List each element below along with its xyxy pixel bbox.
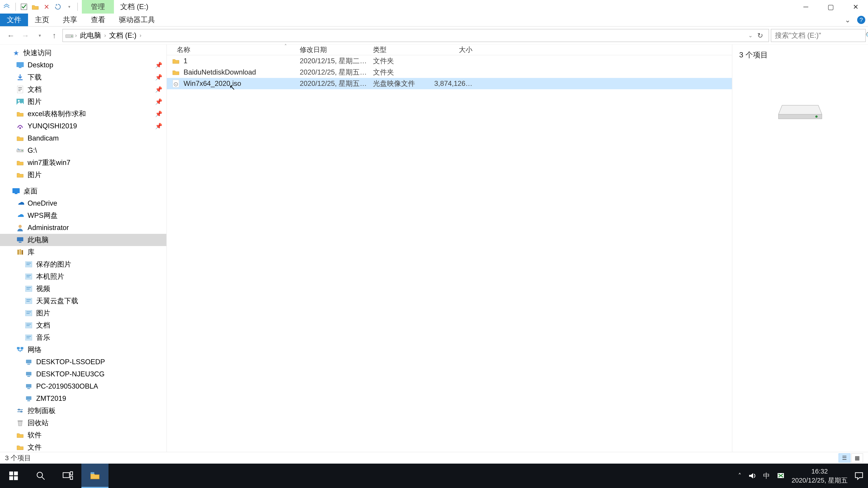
tree-item[interactable]: YUNQISHI2019 📌: [0, 120, 166, 132]
view-large-icons-button[interactable]: ▦: [851, 453, 863, 462]
tree-item-icon: [16, 85, 24, 94]
tree-item[interactable]: DESKTOP-LSSOEDP: [0, 356, 166, 368]
search-input[interactable]: [775, 31, 862, 39]
svg-rect-67: [9, 476, 13, 480]
breadcrumb-item[interactable]: 此电脑: [78, 31, 103, 40]
tree-item[interactable]: OneDrive: [0, 197, 166, 209]
tree-item[interactable]: 图片: [0, 169, 166, 181]
ime-indicator[interactable]: 中: [763, 471, 770, 481]
column-date[interactable]: 修改日期: [300, 45, 373, 55]
tree-item[interactable]: DESKTOP-NJEU3CG: [0, 368, 166, 380]
tree-item[interactable]: 本机照片: [0, 270, 166, 283]
volume-icon[interactable]: [748, 472, 756, 480]
tray-app-icon[interactable]: [777, 472, 785, 480]
chevron-right-icon[interactable]: ›: [104, 32, 106, 39]
taskbar-search-icon[interactable]: [27, 464, 54, 488]
tree-item[interactable]: 软件: [0, 429, 166, 441]
tree-item[interactable]: 文件: [0, 441, 166, 452]
tree-item-label: 库: [28, 248, 35, 257]
taskbar-clock[interactable]: 16:32 2020/12/25, 星期五: [792, 467, 848, 485]
tab-view[interactable]: 查看: [84, 13, 112, 26]
svg-rect-49: [27, 376, 30, 377]
view-details-button[interactable]: ☰: [839, 453, 850, 462]
tree-network[interactable]: 网络: [0, 344, 166, 356]
file-row[interactable]: Win7x64_2020.iso 2020/12/25, 星期五 1… 光盘映像…: [167, 78, 732, 89]
chevron-right-icon[interactable]: ›: [140, 32, 142, 39]
tree-item[interactable]: 文档 📌: [0, 84, 166, 96]
ribbon-contextual-tab[interactable]: 管理: [82, 0, 114, 13]
tab-share[interactable]: 共享: [56, 13, 84, 26]
breadcrumb-item[interactable]: 文档 (E:): [107, 31, 138, 40]
tree-item[interactable]: 控制面板: [0, 404, 166, 417]
qat-undo-icon[interactable]: [53, 2, 63, 12]
chevron-right-icon[interactable]: ›: [75, 32, 77, 39]
file-rows[interactable]: 1 2020/12/15, 星期二 1… 文件夹 BaiduNetdiskDow…: [167, 55, 732, 452]
tree-desktop[interactable]: 桌面: [0, 185, 166, 197]
address-bar[interactable]: › 此电脑 › 文档 (E:) › ⌄ ↻: [62, 29, 769, 42]
help-button[interactable]: ?: [855, 13, 868, 26]
column-size[interactable]: 大小: [434, 45, 479, 55]
tree-item[interactable]: Desktop 📌: [0, 59, 166, 71]
qat-delete-icon[interactable]: ×: [41, 2, 52, 12]
recent-locations-icon[interactable]: ▾: [33, 29, 46, 42]
search-box[interactable]: 🔍: [771, 29, 866, 42]
forward-button[interactable]: →: [19, 29, 32, 42]
tree-item-icon: [16, 443, 24, 452]
tree-item[interactable]: Administrator: [0, 222, 166, 234]
svg-rect-33: [26, 299, 31, 300]
maximize-button[interactable]: ▢: [818, 0, 843, 13]
svg-point-61: [176, 84, 176, 85]
start-button[interactable]: [0, 464, 27, 488]
tree-item[interactable]: ZMT2019: [0, 392, 166, 404]
tree-item[interactable]: 图片: [0, 307, 166, 319]
minimize-button[interactable]: ─: [794, 0, 818, 13]
address-dropdown-icon[interactable]: ⌄: [748, 32, 753, 39]
clock-date: 2020/12/25, 星期五: [792, 476, 848, 485]
taskbar-explorer-icon[interactable]: [81, 464, 108, 488]
refresh-icon[interactable]: ↻: [754, 31, 766, 40]
tree-item[interactable]: 视频: [0, 283, 166, 295]
tab-file[interactable]: 文件: [0, 13, 28, 26]
navigation-tree[interactable]: ★ 快速访问 Desktop 📌 下载 📌 文档 📌 图片 📌: [0, 44, 167, 452]
tree-item[interactable]: PC-20190530OBLA: [0, 380, 166, 392]
ribbon-expand-icon[interactable]: ⌄: [841, 13, 855, 26]
up-button[interactable]: ↑: [48, 29, 61, 42]
file-icon: [171, 68, 180, 77]
file-name: 1: [184, 57, 300, 65]
tree-item[interactable]: 保存的图片: [0, 258, 166, 270]
tree-item[interactable]: excel表格制作求和 📌: [0, 108, 166, 120]
ribbon-tabs: 文件 主页 共享 查看 驱动器工具 ⌄ ?: [0, 13, 868, 27]
qat-new-folder-icon[interactable]: [30, 2, 40, 12]
tree-item[interactable]: 图片 📌: [0, 96, 166, 108]
tree-item[interactable]: 回收站: [0, 417, 166, 429]
tab-drive-tools[interactable]: 驱动器工具: [112, 13, 162, 26]
file-row[interactable]: BaiduNetdiskDownload 2020/12/25, 星期五 1… …: [167, 67, 732, 78]
tree-quick-access[interactable]: ★ 快速访问: [0, 47, 166, 59]
back-button[interactable]: ←: [4, 29, 17, 42]
tree-item[interactable]: 文档: [0, 319, 166, 331]
search-icon[interactable]: 🔍: [866, 32, 868, 39]
tree-item[interactable]: 下载 📌: [0, 71, 166, 84]
tree-item[interactable]: 音乐: [0, 331, 166, 344]
svg-rect-74: [91, 472, 94, 474]
tree-item[interactable]: Bandicam: [0, 132, 166, 144]
task-view-icon[interactable]: [54, 464, 81, 488]
tree-item-label: DESKTOP-LSSOEDP: [36, 358, 105, 366]
column-type[interactable]: 类型: [373, 45, 434, 55]
tree-item[interactable]: 天翼云盘下载: [0, 295, 166, 307]
tree-item[interactable]: win7重装win7: [0, 157, 166, 169]
qat-dropdown-icon[interactable]: ▾: [64, 2, 74, 12]
tree-item[interactable]: 库: [0, 246, 166, 258]
tree-item[interactable]: 此电脑: [0, 234, 166, 246]
action-center-icon[interactable]: [855, 471, 864, 480]
svg-rect-18: [17, 237, 23, 241]
tab-home[interactable]: 主页: [28, 13, 56, 26]
file-row[interactable]: 1 2020/12/15, 星期二 1… 文件夹: [167, 55, 732, 67]
close-button[interactable]: ✕: [843, 0, 868, 13]
column-name[interactable]: 名称: [167, 45, 300, 55]
taskbar[interactable]: ˄ 中 16:32 2020/12/25, 星期五: [0, 464, 868, 488]
qat-properties-icon[interactable]: [19, 2, 29, 12]
tree-item[interactable]: WPS网盘: [0, 209, 166, 222]
tray-overflow-icon[interactable]: ˄: [738, 472, 741, 480]
tree-item[interactable]: G:\: [0, 144, 166, 157]
